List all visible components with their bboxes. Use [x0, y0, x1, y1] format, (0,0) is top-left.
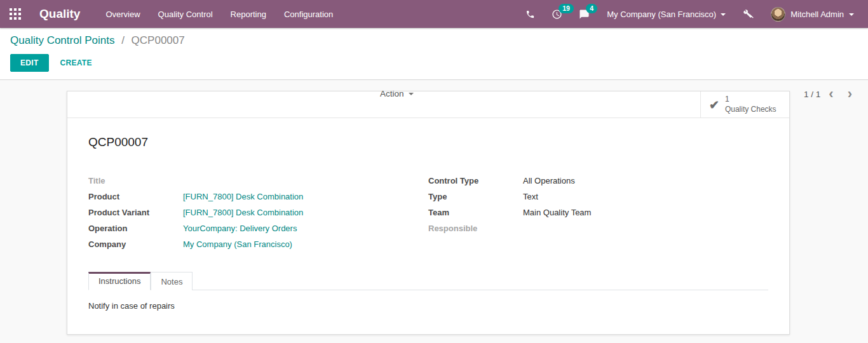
field-label-operation: Operation: [88, 224, 183, 233]
record-title: QCP00007: [88, 135, 768, 149]
messages-button[interactable]: 4: [571, 0, 598, 28]
field-row-product-variant: Product Variant [FURN_7800] Desk Combina…: [88, 208, 428, 217]
field-group-left: Title Product [FURN_7800] Desk Combinati…: [88, 176, 428, 255]
field-group-right: Control Type All Operations Type Text Te…: [428, 176, 768, 255]
chevron-down-icon: [721, 13, 726, 16]
main-menu: Overview Quality Control Reporting Confi…: [97, 0, 342, 28]
voip-phone-button[interactable]: [517, 0, 543, 28]
breadcrumb: Quality Control Points / QCP00007: [10, 34, 858, 47]
notebook: Instructions Notes Notify in case of rep…: [88, 272, 768, 311]
field-row-company: Company My Company (San Francisco): [88, 239, 428, 249]
apps-grid-icon: [10, 8, 21, 20]
message-count-badge: 4: [586, 4, 597, 13]
field-row-product: Product [FURN_7800] Desk Combination: [88, 192, 428, 201]
sheet-body: QCP00007 Title Product [FURN_7800] Desk …: [67, 118, 789, 311]
user-avatar: [771, 7, 785, 22]
field-row-operation: Operation YourCompany: Delivery Orders: [88, 224, 428, 233]
field-label-product-variant: Product Variant: [88, 208, 183, 217]
control-panel: Quality Control Points / QCP00007 EDIT C…: [0, 28, 868, 80]
field-value-type: Text: [523, 192, 538, 201]
top-navbar: Quality Overview Quality Control Reporti…: [0, 0, 868, 28]
create-button[interactable]: CREATE: [60, 58, 92, 67]
control-panel-buttons: EDIT CREATE: [10, 54, 858, 72]
edit-button[interactable]: EDIT: [10, 54, 49, 72]
pager-next-button[interactable]: ›: [842, 88, 858, 100]
company-switcher[interactable]: My Company (San Francisco): [598, 0, 735, 28]
field-value-company[interactable]: My Company (San Francisco): [183, 239, 292, 249]
debug-tools-button[interactable]: [735, 0, 762, 28]
field-label-product: Product: [88, 192, 183, 201]
chevron-down-icon: [849, 13, 854, 16]
instructions-content: Notify in case of repairs: [88, 290, 768, 311]
pager-previous-button[interactable]: ‹: [823, 88, 839, 100]
quality-checks-count: 1: [725, 95, 776, 105]
content-area: ✔ 1 Quality Checks QCP00007 Title Produc…: [0, 80, 868, 343]
breadcrumb-current: QCP00007: [132, 34, 185, 46]
quality-checks-label: Quality Checks: [725, 105, 776, 115]
field-row-title: Title: [88, 176, 428, 185]
app-brand[interactable]: Quality: [39, 7, 80, 21]
form-statusbar: ✔ 1 Quality Checks: [67, 91, 789, 118]
field-label-responsible: Responsible: [428, 224, 523, 233]
menu-item-configuration[interactable]: Configuration: [275, 0, 342, 28]
field-label-title: Title: [88, 176, 183, 185]
breadcrumb-parent-link[interactable]: Quality Control Points: [10, 34, 114, 46]
tab-instructions[interactable]: Instructions: [88, 272, 151, 290]
field-row-type: Type Text: [428, 192, 768, 201]
field-value-team: Main Quality Team: [523, 208, 591, 217]
tools-icon: [743, 9, 754, 20]
field-row-responsible: Responsible: [428, 224, 768, 233]
apps-menu-button[interactable]: [0, 0, 31, 28]
field-label-type: Type: [428, 192, 523, 201]
user-name: Mitchell Admin: [790, 10, 844, 19]
field-row-team: Team Main Quality Team: [428, 208, 768, 217]
user-menu[interactable]: Mitchell Admin: [762, 0, 858, 28]
field-label-control-type: Control Type: [428, 176, 523, 185]
field-value-product[interactable]: [FURN_7800] Desk Combination: [183, 192, 303, 201]
field-row-control-type: Control Type All Operations: [428, 176, 768, 185]
quality-checks-stat-button[interactable]: ✔ 1 Quality Checks: [700, 91, 789, 118]
check-icon: ✔: [709, 99, 719, 111]
pager: 1 / 1 ‹ ›: [804, 88, 858, 100]
company-name: My Company (San Francisco): [607, 10, 716, 19]
field-label-company: Company: [88, 239, 183, 249]
tab-notes[interactable]: Notes: [151, 272, 193, 290]
navbar-right: 19 4 My Company (San Francisco) Mitchell…: [517, 0, 868, 28]
field-value-control-type: All Operations: [523, 176, 575, 185]
phone-icon: [526, 10, 535, 19]
menu-item-overview[interactable]: Overview: [97, 0, 149, 28]
menu-item-reporting[interactable]: Reporting: [222, 0, 275, 28]
field-value-operation[interactable]: YourCompany: Delivery Orders: [183, 224, 297, 233]
field-label-team: Team: [428, 208, 523, 217]
pager-counter: 1 / 1: [804, 90, 820, 99]
menu-item-quality-control[interactable]: Quality Control: [149, 0, 222, 28]
tab-bar: Instructions Notes: [88, 272, 768, 290]
field-groups: Title Product [FURN_7800] Desk Combinati…: [88, 176, 768, 255]
form-sheet: ✔ 1 Quality Checks QCP00007 Title Produc…: [67, 91, 790, 335]
activities-button[interactable]: 19: [543, 0, 571, 28]
field-value-product-variant[interactable]: [FURN_7800] Desk Combination: [183, 208, 303, 217]
breadcrumb-separator: /: [121, 34, 125, 46]
